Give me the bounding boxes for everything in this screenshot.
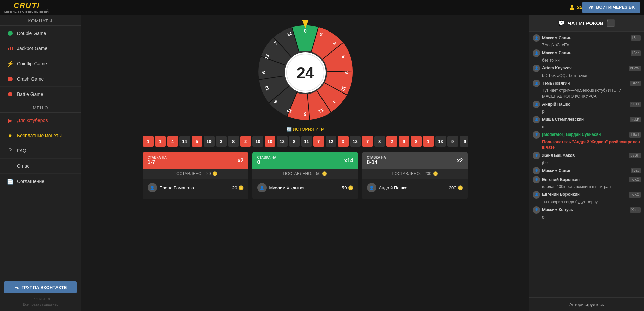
history-number: 12: [350, 136, 361, 147]
history-number: 11: [301, 136, 312, 147]
bet-header: СТАВКА НА 0 x14: [252, 152, 358, 169]
sidebar-item-battle[interactable]: Battle Game: [0, 87, 81, 102]
sidebar: КОМНАТЫ Double Game Jackpot Game ⚡ Coinf…: [0, 15, 81, 311]
chat-badge: 981T: [630, 102, 641, 107]
chat-avatar: 👤: [533, 167, 540, 174]
logo-area: CRUTI СЕРВИС БЫСТРЫХ ЛОТЕРЕЙ!: [4, 1, 49, 13]
svg-text:3: 3: [344, 71, 349, 74]
sidebar-item-label: Бесплатные монеты: [17, 133, 62, 138]
player-amount: 50🪙: [342, 185, 353, 190]
chat-badge: hgXQ: [629, 177, 641, 182]
history-number: 10: [204, 136, 215, 147]
chat-message: 👤 Евгений Воронкин hgXQ ты говорил когда…: [533, 191, 641, 205]
chat-badge: u7BH: [629, 153, 641, 158]
chat-username: Максим Савин: [542, 50, 571, 56]
chat-message: 👤 Максим Савин lBad: [533, 167, 641, 174]
vk-group-label: ГРУППА ВКОНТАКТЕ: [22, 285, 67, 290]
bet-range: 8-14: [367, 159, 386, 165]
lightning-icon: ⚡: [7, 60, 14, 67]
bet-posted: ПОСТАВЛЕНО: 50🪙: [252, 169, 358, 179]
chat-text: Тут идет стрим—Mr.Serious (ютуб) ИТОГИ М…: [533, 88, 641, 99]
chat-avatar: 👤: [533, 101, 540, 108]
content-area: 0 8 2 6 3 10 4 11 5 12 4 10 6 13 7 14: [81, 15, 529, 311]
bet-panel-zero: СТАВКА НА 0 x14 ПОСТАВЛЕНО: 50🪙 👤 Муслим…: [252, 152, 358, 199]
bet-players: 👤 Муслим Хыдывов 50🪙: [252, 179, 358, 199]
bet-posted: ПОСТАВЛЕНО: 20🪙: [143, 169, 248, 179]
chat-text: ты говорил когда будут верну: [533, 199, 641, 205]
exit-icon[interactable]: ⬛: [606, 19, 615, 27]
history-numbers: 1141451038210101281171231278298113991398…: [143, 136, 468, 147]
youtubers-icon: ▶: [7, 117, 14, 124]
bet-player: 👤 Елена Романова 20🪙: [148, 182, 244, 194]
chat-avatar: 👤: [533, 176, 540, 183]
chat-text: без точки: [533, 58, 641, 63]
chat-badge: lBad: [631, 168, 641, 173]
sidebar-item-label: Соглашение: [17, 179, 44, 184]
chat-avatar: 👤: [533, 206, 540, 214]
chat-username: Евгений Воронкин: [542, 177, 580, 183]
chat-title: ЧАТ ИГРОКОВ: [568, 20, 603, 26]
footer-copy: Cruti © 2018 Все права защищены.: [4, 297, 77, 307]
player-avatar: 👤: [148, 183, 157, 192]
chat-username: Евгений Воронкин: [542, 192, 580, 198]
history-number: 1: [143, 136, 154, 147]
bet-label: СТАВКА НА: [257, 156, 276, 159]
history-number: 2: [240, 136, 251, 147]
chat-badge: Xnpa: [630, 207, 641, 213]
bet-posted: ПОСТАВЛЕНО: 200🪙: [362, 169, 468, 179]
chat-avatar: 👤: [533, 80, 540, 87]
chat-username: Artem Knyazev: [542, 65, 572, 71]
bet-label: СТАВКА НА: [148, 156, 167, 159]
history-number: 13: [435, 136, 446, 147]
sidebar-item-coinflip[interactable]: ⚡ Coinflip Game: [0, 56, 81, 71]
bet-range: 0: [257, 159, 276, 165]
sidebar-item-faq[interactable]: ? FAQ: [0, 143, 81, 159]
history-number: 9: [399, 136, 409, 147]
history-number: 4: [167, 136, 178, 147]
chat-message: 👤 Максим Савин lBad без точки: [533, 49, 641, 63]
battle-icon: [7, 91, 14, 98]
history-number: 1: [423, 136, 434, 147]
player-avatar: 👤: [367, 183, 376, 192]
sidebar-item-crash[interactable]: Crash Game: [0, 71, 81, 87]
chat-text: р: [533, 109, 641, 115]
sidebar-item-agreement[interactable]: 📄 Соглашение: [0, 174, 81, 189]
chat-message: 👤 Женя Башмаков u7BH jhe: [533, 152, 641, 166]
sidebar-item-free-coins[interactable]: ● Бесплатные монеты: [0, 128, 81, 143]
vk-login-button[interactable]: VK ВОЙТИ ЧЕРЕЗ ВК: [582, 2, 640, 13]
sidebar-item-youtubers[interactable]: ▶ Для ютуберов: [0, 113, 81, 128]
svg-marker-36: [302, 20, 309, 28]
double-icon: [7, 30, 14, 37]
main-wrap: КОМНАТЫ Double Game Jackpot Game ⚡ Coinf…: [0, 15, 644, 311]
sidebar-item-label: Coinflip Game: [17, 61, 47, 66]
chat-message: 👤 Андрій Пашко 981T р: [533, 101, 641, 115]
history-number: 12: [326, 136, 336, 147]
vk-icon: VK: [588, 4, 594, 11]
chat-username: Максим Савин: [542, 168, 571, 174]
sidebar-item-label: FAQ: [17, 148, 26, 153]
history-number: 8: [374, 136, 385, 147]
history-link[interactable]: 🔄 ИСТОРИЯ ИГР: [286, 127, 324, 132]
svg-text:24: 24: [296, 64, 314, 82]
topbar: CRUTI СЕРВИС БЫСТРЫХ ЛОТЕРЕЙ! 25 VK ВОЙТ…: [0, 0, 644, 15]
chat-username: [Moderator] Вардан Сукиасян: [542, 132, 601, 138]
vk-group-button[interactable]: VK ГРУППА ВКОНТАКТЕ: [4, 281, 77, 293]
svg-text:6: 6: [261, 71, 266, 74]
wheel-container: 0 8 2 6 3 10 4 11 5 12 4 10 6 13 7 14: [254, 22, 356, 123]
history-number: 9: [460, 136, 468, 147]
sidebar-item-about[interactable]: i О нас: [0, 159, 81, 174]
bet-range: 1-7: [148, 159, 167, 165]
sidebar-item-jackpot[interactable]: Jackpot Game: [0, 41, 81, 56]
bet-players: 👤 Андрій Пашко 200🪙: [362, 179, 468, 199]
chat-avatar: 👤: [533, 191, 540, 199]
menu-title: МЕНЮ: [0, 102, 81, 113]
bet-player: 👤 Муслим Хыдывов 50🪙: [257, 182, 353, 194]
wheel-svg: 0 8 2 6 3 10 4 11 5 12 4 10 6 13 7 14: [254, 22, 356, 123]
history-number: 5: [192, 136, 202, 147]
free-coins-icon: ●: [7, 132, 14, 139]
sidebar-item-double[interactable]: Double Game: [0, 26, 81, 41]
svg-text:VK: VK: [15, 286, 19, 289]
history-number: 3: [216, 136, 227, 147]
bet-header: СТАВКА НА 1-7 x2: [143, 152, 248, 169]
sidebar-item-label: О нас: [17, 163, 29, 169]
